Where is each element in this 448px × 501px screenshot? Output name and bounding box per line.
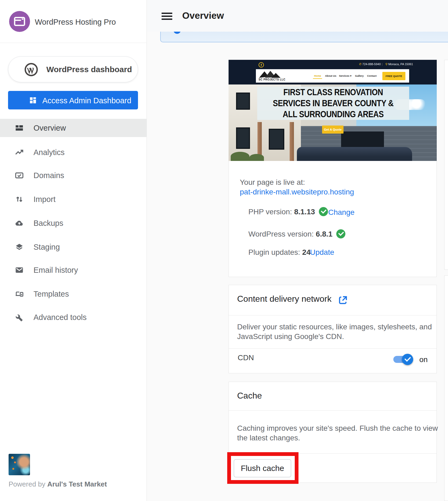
sidebar-item-label: Domains xyxy=(33,171,64,180)
hamburger-menu-icon[interactable] xyxy=(162,13,172,20)
site-preview-navbar: SC PROJECTS LLC Home About Us Services ▾… xyxy=(256,69,409,83)
cdn-toggle[interactable] xyxy=(393,356,413,363)
external-link-icon[interactable] xyxy=(338,295,348,305)
site-phone: ✆ 724-888-5940 xyxy=(359,62,381,66)
wordpress-version-row: WordPress version: 6.8.1 xyxy=(248,229,345,238)
wordpress-version-value: 6.8.1 xyxy=(316,230,333,238)
wordpress-logo-icon xyxy=(24,63,38,76)
cache-description-line2: the latest changes. xyxy=(237,434,300,442)
php-version-row: PHP version: 8.1.13 xyxy=(248,207,328,216)
wordpress-ok-check-icon xyxy=(336,229,345,238)
wrench-icon xyxy=(15,313,24,322)
sidebar-item-staging[interactable]: Staging xyxy=(0,238,147,256)
access-admin-dashboard-label: Access Admin Dashboard xyxy=(42,96,131,105)
update-plugins-link[interactable]: Update xyxy=(310,248,334,257)
email-icon xyxy=(15,266,24,275)
overview-icon xyxy=(15,123,24,132)
wordpress-dashboard-button[interactable]: WordPress dashboard xyxy=(8,56,138,82)
powered-by-prefix: Powered by xyxy=(9,480,47,488)
domains-icon xyxy=(15,171,24,180)
cache-description-line1: Caching improves your site's speed. Flus… xyxy=(237,424,438,433)
top-header: Overview xyxy=(147,0,448,32)
page-title: Overview xyxy=(182,10,224,21)
cdn-toggle-thumb-check-icon xyxy=(402,354,413,365)
php-version-value: 8.1.13 xyxy=(294,208,315,216)
sidebar-item-advanced-tools[interactable]: Advanced tools xyxy=(0,308,147,326)
powered-by-text: Powered by Arul's Test Market xyxy=(9,480,107,488)
sidebar-item-label: Import xyxy=(33,195,55,204)
divider xyxy=(229,410,436,411)
sidebar-item-templates[interactable]: Templates xyxy=(0,285,147,303)
plugin-updates-label: Plugin updates: xyxy=(248,248,302,256)
cdn-description-line1: Deliver your static resources, like imag… xyxy=(237,323,432,331)
get-a-quote-button: Get A Quote xyxy=(322,126,344,134)
app-logo-icon xyxy=(9,11,30,32)
analytics-icon xyxy=(15,148,24,157)
live-site-link[interactable]: pat-drinke-mall.websitepro.hosting xyxy=(240,188,354,196)
cdn-toggle-label: CDN xyxy=(238,353,254,362)
sidebar-item-label: Advanced tools xyxy=(33,313,87,322)
sidebar-item-backups[interactable]: Backups xyxy=(0,214,147,232)
site-nav-contact: Contact xyxy=(367,74,376,77)
avatar xyxy=(9,454,30,475)
divider xyxy=(229,315,436,315)
cdn-card-title: Content delivery network xyxy=(237,294,331,304)
hero-line-2: SERVICES IN BEAVER COUNTY & xyxy=(269,98,397,109)
import-icon xyxy=(15,195,24,204)
sidebar-item-label: Staging xyxy=(33,243,60,252)
live-at-label: Your page is live at: xyxy=(240,178,305,187)
free-quote-button: FREE QUOTE xyxy=(382,72,405,80)
cache-card-title: Cache xyxy=(237,391,262,401)
site-preview-topbar: f ✆ 724-888-5940 | ⚲ Monaca, PA 15061 SC… xyxy=(229,60,437,84)
backups-cloud-icon xyxy=(15,219,24,228)
site-preview-hero: FIRST CLASS RENOVATION SERVICES IN BEAVE… xyxy=(229,84,437,161)
sidebar-item-label: Email history xyxy=(33,266,78,275)
php-version-label: PHP version: xyxy=(248,208,294,216)
php-ok-check-icon xyxy=(319,207,328,216)
templates-devices-icon xyxy=(15,289,24,299)
hero-line-3: ALL SURROUNDING AREAS xyxy=(269,109,397,120)
site-nav-home: Home xyxy=(314,74,321,77)
facebook-icon: f xyxy=(259,62,264,68)
divider xyxy=(229,348,436,349)
wordpress-version-label: WordPress version: xyxy=(248,230,316,238)
right-column-card-partial xyxy=(444,60,448,270)
site-nav-gallery: Gallery xyxy=(355,74,364,77)
site-brand: SC PROJECTS LLC xyxy=(259,78,285,81)
sidebar-item-import[interactable]: Import xyxy=(0,190,147,208)
divider xyxy=(229,453,436,454)
hero-line-1: FIRST CLASS RENOVATION xyxy=(269,87,397,98)
staging-layers-icon xyxy=(15,242,24,252)
cdn-description-line2: JavaScript using Google's CDN. xyxy=(237,332,344,341)
flush-cache-button[interactable]: Flush cache xyxy=(234,459,291,477)
powered-by-brand: Arul's Test Market xyxy=(47,480,107,488)
plugin-updates-row: Plugin updates: 24 xyxy=(248,248,311,257)
sidebar-item-label: Overview xyxy=(33,124,66,132)
dashboard-grid-icon xyxy=(29,96,37,104)
sidebar-item-email-history[interactable]: Email history xyxy=(0,261,147,279)
app-window: WordPress Hosting Pro WordPress dashboar… xyxy=(0,0,448,501)
sidebar-item-overview[interactable]: Overview xyxy=(0,119,147,137)
right-column-card-partial xyxy=(444,275,448,501)
site-location: ⚲ Monaca, PA 15061 xyxy=(385,62,413,66)
sidebar-item-label: Templates xyxy=(33,290,69,299)
sidebar-item-analytics[interactable]: Analytics xyxy=(0,143,147,161)
app-title: WordPress Hosting Pro xyxy=(35,18,116,27)
sidebar: WordPress Hosting Pro WordPress dashboar… xyxy=(0,0,147,501)
change-php-link[interactable]: Change xyxy=(328,208,354,217)
cdn-toggle-state: on xyxy=(419,355,428,364)
sidebar-logo-row: WordPress Hosting Pro xyxy=(0,0,147,43)
access-admin-dashboard-button[interactable]: Access Admin Dashboard xyxy=(8,91,138,109)
sidebar-item-label: Backups xyxy=(33,219,63,228)
sc-projects-logo-icon xyxy=(258,70,282,78)
hero-text-panel: FIRST CLASS RENOVATION SERVICES IN BEAVE… xyxy=(257,87,409,120)
site-nav-services: Services ▾ xyxy=(339,74,352,77)
sidebar-item-label: Analytics xyxy=(33,148,65,157)
sidebar-item-domains[interactable]: Domains xyxy=(0,166,147,185)
site-preview-image[interactable]: FIRST CLASS RENOVATION SERVICES IN BEAVE… xyxy=(229,60,437,161)
plugin-updates-value: 24 xyxy=(302,248,311,256)
site-nav-about: About Us xyxy=(325,74,336,77)
wordpress-dashboard-label: WordPress dashboard xyxy=(46,65,132,74)
